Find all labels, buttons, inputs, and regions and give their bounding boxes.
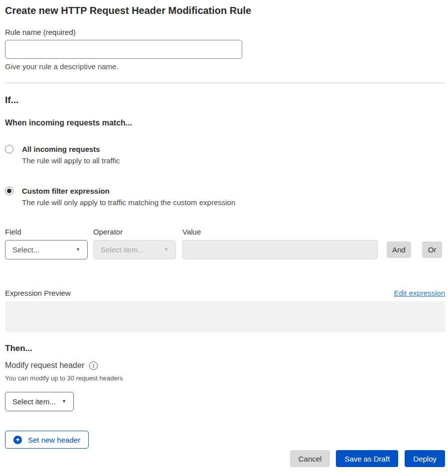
rule-name-input[interactable] <box>5 40 242 59</box>
option-all-incoming-requests[interactable]: All incoming requests The rule will appl… <box>5 144 445 167</box>
operator-label: Operator <box>93 227 176 237</box>
deploy-button[interactable]: Deploy <box>405 450 445 467</box>
operator-select[interactable]: Select item... ▼ <box>93 240 176 259</box>
page-title: Create new HTTP Request Header Modificat… <box>5 4 445 17</box>
save-as-draft-button[interactable]: Save as Draft <box>336 450 398 467</box>
cancel-button[interactable]: Cancel <box>290 450 330 467</box>
expression-builder-row: Field Select... ▼ Operator Select item..… <box>5 227 445 259</box>
chevron-down-icon: ▼ <box>62 399 66 404</box>
option-label: All incoming requests <box>22 144 120 155</box>
option-description: The rule will apply to all traffic <box>22 155 120 167</box>
create-rule-form: Create new HTTP Request Header Modificat… <box>0 0 448 467</box>
section-divider <box>5 83 445 83</box>
form-footer: Cancel Save as Draft Deploy <box>5 450 445 467</box>
option-label: Custom filter expression <box>22 186 235 197</box>
plus-circle-icon: + <box>13 436 22 444</box>
if-heading: If... <box>5 94 445 106</box>
and-button[interactable]: And <box>387 241 411 258</box>
field-select-value: Select... <box>12 245 39 254</box>
set-new-header-label: Set new header <box>28 436 80 444</box>
modify-request-header-label: Modify request header <box>5 360 84 370</box>
edit-expression-link[interactable]: Edit expression <box>394 289 445 297</box>
field-select[interactable]: Select... ▼ <box>5 240 88 259</box>
chevron-down-icon: ▼ <box>76 247 80 252</box>
header-item-select-value: Select item... <box>12 397 56 406</box>
set-new-header-button[interactable]: + Set new header <box>5 431 89 449</box>
radio-all-incoming-requests[interactable] <box>5 145 13 153</box>
header-item-select[interactable]: Select item... ▼ <box>5 392 74 411</box>
chevron-down-icon: ▼ <box>164 247 168 252</box>
rule-name-helper: Give your rule a descriptive name. <box>5 62 445 71</box>
option-custom-filter-expression[interactable]: Custom filter expression The rule will o… <box>5 186 445 209</box>
radio-custom-filter-expression[interactable] <box>5 187 13 195</box>
expression-preview-box <box>5 301 445 332</box>
rule-name-label: Rule name (required) <box>5 28 445 37</box>
operator-select-value: Select item... <box>101 245 144 254</box>
or-button[interactable]: Or <box>422 241 443 258</box>
then-heading: Then... <box>5 343 445 354</box>
value-label: Value <box>182 227 378 237</box>
expression-preview-header: Expression Preview Edit expression <box>5 288 445 298</box>
field-label: Field <box>5 227 88 237</box>
expression-preview-label: Expression Preview <box>5 288 71 298</box>
info-icon[interactable]: i <box>89 361 98 370</box>
match-subheading: When incoming requests match... <box>5 118 445 128</box>
value-input[interactable] <box>182 240 378 259</box>
option-description: The rule will only apply to traffic matc… <box>22 197 235 209</box>
header-limit-helper: You can modify up to 30 request headers <box>5 374 445 382</box>
